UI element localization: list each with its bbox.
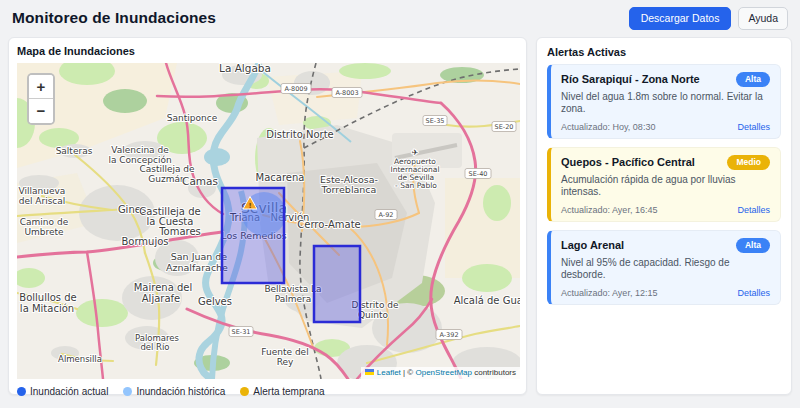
- label-salteras: Salteras: [56, 146, 93, 156]
- label-valencina-1: Valencina de: [111, 145, 169, 155]
- label-camino-umbrete-2: Umbrete: [24, 227, 64, 237]
- legend-item-current: Inundación actual: [17, 386, 108, 397]
- label-san-juan-1: San Juan de: [171, 251, 228, 262]
- label-camas: Camas: [182, 175, 218, 187]
- page-title: Monitoreo de Inundaciones: [12, 9, 216, 27]
- details-link[interactable]: Detalles: [737, 205, 770, 215]
- svg-text:SE-31: SE-31: [232, 328, 251, 336]
- alert-description: Nivel del agua 1.8m sobre lo normal. Evi…: [561, 91, 770, 116]
- legend-item-early-warning: Alerta temprana: [240, 386, 324, 397]
- svg-text:- San Pablo: - San Pablo: [395, 181, 437, 190]
- legend-label-early-warning: Alerta temprana: [253, 386, 324, 397]
- shield-se40: SE-40: [465, 168, 491, 178]
- legend-item-historic: Inundación histórica: [123, 386, 225, 397]
- alert-head: Lago Arenal Alta: [561, 238, 770, 253]
- zoom-out-button[interactable]: −: [29, 99, 53, 123]
- label-castilleja-guzman-2: Guzmán: [148, 174, 185, 184]
- alert-title: Quepos - Pacífico Central: [561, 156, 695, 168]
- label-distrito-norte: Distrito Norte: [266, 129, 334, 140]
- early-warning-dot-icon: [240, 387, 249, 396]
- shield-se35: SE-35: [423, 115, 447, 125]
- label-mairena-1: Mairena del: [134, 282, 193, 293]
- main-content: Mapa de Inundaciones: [0, 35, 800, 395]
- alert-card-lago-arenal: Lago Arenal Alta Nivel al 95% de capacid…: [547, 230, 781, 305]
- svg-text:!: !: [248, 201, 251, 209]
- svg-text:SE-40: SE-40: [469, 170, 488, 178]
- label-san-juan-2: Aznalfarache: [166, 262, 228, 273]
- details-link[interactable]: Detalles: [737, 288, 770, 298]
- label-bollullos-1: Bollullos de: [19, 292, 76, 303]
- severity-badge: Alta: [736, 72, 770, 87]
- label-cerro-amate: Cerro-Amate: [297, 219, 360, 230]
- shield-se20: SE-20: [492, 121, 516, 131]
- label-fuente-rey-2: Rey: [277, 357, 294, 367]
- label-bormujos: Bormujos: [121, 236, 168, 247]
- label-villanueva-2: del Ariscal: [19, 196, 66, 206]
- label-gelves: Gelves: [198, 296, 232, 307]
- label-palomares-2: del Río: [140, 342, 169, 352]
- alert-card-quepos: Quepos - Pacífico Central Medio Acumulac…: [547, 147, 781, 222]
- alert-meta: Actualizado: Hoy, 08:30 Detalles: [561, 122, 770, 132]
- label-la-algaba: La Algaba: [219, 63, 271, 74]
- leaflet-link[interactable]: Leaflet: [377, 368, 401, 377]
- alert-updated: Actualizado: Ayer, 16:45: [561, 205, 657, 215]
- flood-map-panel: Mapa de Inundaciones: [8, 37, 527, 395]
- app-header: Monitoreo de Inundaciones Descargar Dato…: [0, 0, 800, 35]
- map-panel-title: Mapa de Inundaciones: [17, 45, 518, 57]
- alert-title: Lago Arenal: [561, 239, 624, 251]
- shield-a8003: A-8003: [332, 87, 362, 97]
- alert-title: Río Sarapiquí - Zona Norte: [561, 73, 700, 85]
- shield-a392: A-392: [436, 329, 462, 339]
- leaflet-map[interactable]: A-8009 A-8003 SE-35 SE-20 SE-40 A-92 SE-…: [17, 63, 520, 379]
- label-mairena-2: Aljarafe: [142, 293, 180, 304]
- zoom-in-button[interactable]: +: [29, 75, 53, 99]
- map-canvas: A-8009 A-8003 SE-35 SE-20 SE-40 A-92 SE-…: [17, 63, 520, 379]
- svg-text:A-92: A-92: [379, 211, 394, 219]
- details-link[interactable]: Detalles: [737, 122, 770, 132]
- alert-head: Río Sarapiquí - Zona Norte Alta: [561, 72, 770, 87]
- attribution-suffix: contributors: [472, 368, 516, 377]
- active-alerts-panel: Alertas Activas Río Sarapiquí - Zona Nor…: [536, 37, 792, 395]
- label-santiponce: Santiponce: [167, 113, 218, 123]
- shield-se31-west: SE-31: [175, 188, 199, 198]
- label-macarena: Macarena: [256, 172, 305, 183]
- map-attribution: Leaflet | © OpenStreetMap contributors: [361, 367, 520, 379]
- help-button[interactable]: Ayuda: [738, 7, 788, 30]
- label-fuente-rey-1: Fuente del: [261, 347, 308, 357]
- attribution-separator: | ©: [401, 368, 416, 377]
- shield-se31: SE-31: [229, 326, 253, 336]
- shield-a8009: A-8009: [281, 83, 311, 93]
- alert-meta: Actualizado: Ayer, 12:15 Detalles: [561, 288, 770, 298]
- osm-link[interactable]: OpenStreetMap: [415, 368, 471, 377]
- alerts-panel-title: Alertas Activas: [547, 46, 781, 58]
- svg-text:A-8009: A-8009: [284, 85, 307, 93]
- header-actions: Descargar Datos Ayuda: [629, 7, 788, 30]
- plane-icon: ✈: [412, 148, 419, 157]
- legend-label-historic: Inundación histórica: [136, 386, 225, 397]
- alert-head: Quepos - Pacífico Central Medio: [561, 155, 770, 170]
- current-flood-zone-southeast[interactable]: [314, 246, 360, 322]
- label-alcala: Alcalá de Guadaíra: [454, 295, 520, 306]
- map-legend: Inundación actual Inundación histórica A…: [17, 386, 518, 397]
- svg-text:A-392: A-392: [439, 331, 458, 339]
- svg-text:A-8003: A-8003: [335, 89, 358, 97]
- severity-badge: Alta: [736, 238, 770, 253]
- label-almensilla: Almensilla: [58, 354, 102, 364]
- historic-flood-dot-icon: [123, 387, 132, 396]
- label-villanueva-1: Villanueva: [19, 186, 66, 196]
- shield-a92: A-92: [375, 209, 397, 219]
- ukraine-flag-icon: [365, 369, 374, 375]
- alert-card-rio-sarapiqui: Río Sarapiquí - Zona Norte Alta Nivel de…: [547, 64, 781, 139]
- legend-label-current: Inundación actual: [30, 386, 108, 397]
- label-quinto-2: Quinto: [358, 310, 389, 320]
- download-data-button[interactable]: Descargar Datos: [629, 7, 732, 30]
- alert-updated: Actualizado: Ayer, 12:15: [561, 288, 657, 298]
- severity-badge: Medio: [727, 155, 770, 170]
- label-camino-umbrete-1: Camino de: [20, 217, 69, 227]
- alert-description: Nivel al 95% de capacidad. Riesgo de des…: [561, 257, 770, 282]
- alert-description: Acumulación rápida de agua por lluvias i…: [561, 174, 770, 199]
- current-flood-dot-icon: [17, 387, 26, 396]
- label-castilleja-guzman-1: Castilleja de: [139, 164, 195, 174]
- alert-updated: Actualizado: Hoy, 08:30: [561, 122, 655, 132]
- svg-text:SE-35: SE-35: [426, 117, 445, 125]
